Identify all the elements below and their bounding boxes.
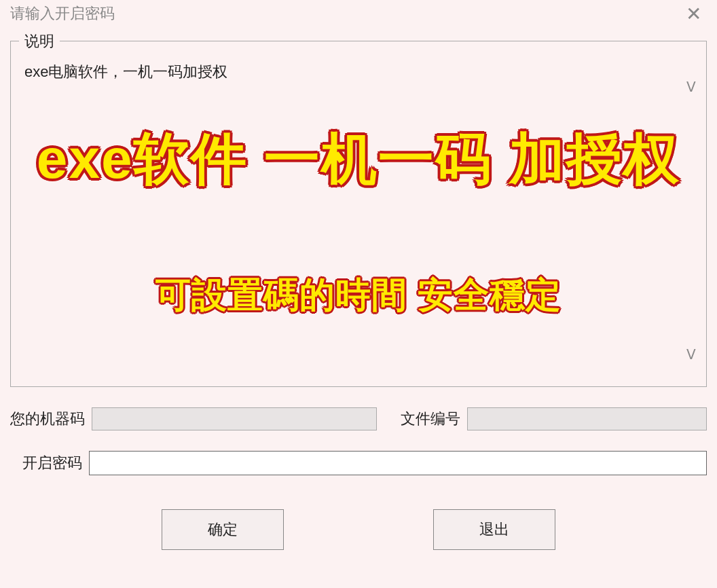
password-input[interactable] [89,451,707,475]
button-row: 确定 退出 [0,509,717,550]
group-legend: 说明 [19,31,60,52]
file-number-label: 文件编号 [401,409,460,429]
machine-code-row: 您的机器码 文件编号 [10,407,707,430]
machine-code-input[interactable] [92,407,377,430]
description-group: 说明 exe电脑软件，一机一码加授权 ᐯ ᐯ [10,41,707,387]
close-icon[interactable]: ✕ [680,3,707,25]
confirm-button[interactable]: 确定 [162,509,284,550]
password-row: 开启密码 [10,451,707,475]
password-label: 开启密码 [10,453,82,473]
scroll-down-icon[interactable]: ᐯ [686,346,696,363]
description-text: exe电脑软件，一机一码加授权 [24,62,693,82]
window-title: 请输入开启密码 [10,3,115,24]
file-number-input[interactable] [467,407,707,430]
promo-text-small: 可設置碼的時間 安全穩定 [14,272,703,319]
machine-code-label: 您的机器码 [10,409,85,429]
exit-button[interactable]: 退出 [433,509,555,550]
title-bar: 请输入开启密码 ✕ [0,0,717,27]
scroll-up-icon[interactable]: ᐯ [686,79,696,95]
promo-text-large: exe软件 一机一码 加授权 [14,122,703,197]
